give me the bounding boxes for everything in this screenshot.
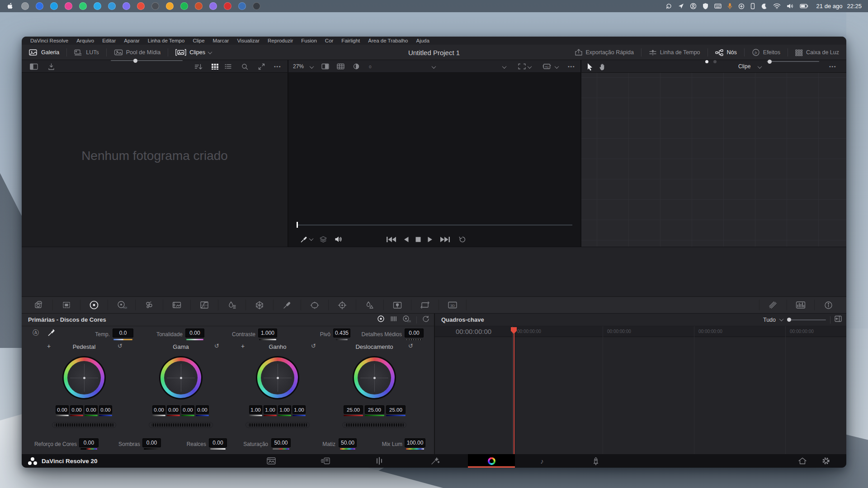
play-icon[interactable] <box>427 236 434 243</box>
app-icon-red-2[interactable] <box>195 2 203 10</box>
keyboard-icon[interactable] <box>714 3 722 9</box>
app-icon-purple-1[interactable] <box>123 2 130 10</box>
node-indicator-dot[interactable] <box>713 60 717 63</box>
hue-value[interactable]: 50.00 <box>339 438 357 447</box>
sort-icon[interactable] <box>194 60 203 73</box>
app-icon-dark-2[interactable] <box>253 2 260 10</box>
gain-g-value[interactable]: 1.00 <box>278 405 291 414</box>
viewer-jog-bar[interactable] <box>297 225 572 225</box>
keyframes-panel-toggle-icon[interactable] <box>835 315 842 324</box>
deliver-page-button[interactable] <box>588 454 604 468</box>
layers-icon[interactable] <box>319 236 327 243</box>
app-icon-blue-3[interactable] <box>108 2 116 10</box>
bars-mode-icon[interactable] <box>390 315 397 324</box>
menu-marcar[interactable]: Marcar <box>209 38 233 43</box>
still-chevron-icon[interactable] <box>310 238 313 241</box>
auto-balance-icon[interactable]: Ⓐ <box>33 329 39 337</box>
node-options-icon[interactable]: ••• <box>829 60 836 73</box>
tracker-icon[interactable] <box>329 300 356 310</box>
menu-area-de-trabalho[interactable]: Área de Trabalho <box>364 38 412 43</box>
gain-b-value[interactable]: 1.00 <box>292 405 306 414</box>
wheels-mode-icon[interactable] <box>377 315 385 324</box>
app-icon-green-1[interactable] <box>79 2 87 10</box>
viewer-panel[interactable] <box>288 73 580 247</box>
node-indicator-dot-active[interactable] <box>705 60 708 63</box>
play-reverse-icon[interactable] <box>403 236 409 243</box>
luts-button[interactable]: LUTs <box>74 49 99 56</box>
color-match-icon[interactable] <box>136 300 163 310</box>
menu-reproduzir[interactable]: Reproduzir <box>264 38 297 43</box>
keyframes-zoom-slider[interactable] <box>787 319 826 320</box>
color-page-button-active[interactable] <box>468 454 515 468</box>
offset-reset-icon[interactable]: ↺ <box>408 343 413 349</box>
sync-icon[interactable] <box>665 3 672 9</box>
menu-aparar[interactable]: Aparar <box>120 38 144 43</box>
app-icon-gray[interactable] <box>21 2 29 10</box>
gamma-reset-icon[interactable]: ↺ <box>214 343 219 349</box>
menu-clipe[interactable]: Clipe <box>189 38 208 43</box>
gamma-color-wheel[interactable] <box>159 356 203 399</box>
viewer-options-icon[interactable]: ••• <box>568 60 575 73</box>
lift-color-wheel[interactable] <box>62 356 106 399</box>
menu-fusion[interactable]: Fusion <box>297 38 321 43</box>
menu-ajuda[interactable]: Ajuda <box>412 38 434 43</box>
gamma-b-value[interactable]: 0.00 <box>196 405 209 414</box>
saturation-value[interactable]: 50.00 <box>271 438 291 447</box>
menu-editar[interactable]: Editar <box>98 38 120 43</box>
gain-reset-icon[interactable]: ↺ <box>311 343 316 349</box>
nodes-panel-button[interactable]: Nós <box>715 49 737 56</box>
gain-color-wheel[interactable] <box>256 356 299 399</box>
account-icon[interactable] <box>690 3 697 9</box>
clips-button[interactable]: Clipes <box>175 49 212 56</box>
lift-y-value[interactable]: 0.00 <box>56 405 69 414</box>
gallery-options-icon[interactable]: ••• <box>274 60 281 73</box>
lum-mix-value[interactable]: 100.00 <box>405 438 425 447</box>
offset-master-wheel[interactable] <box>342 422 406 428</box>
stop-icon[interactable] <box>415 237 421 242</box>
blur-palette-icon[interactable] <box>356 300 384 310</box>
settings-button[interactable] <box>818 454 834 468</box>
media-grade-icon[interactable] <box>163 300 191 310</box>
menu-cor[interactable]: Cor <box>321 38 338 43</box>
media-pool-button[interactable]: Pool de Mídia <box>114 49 160 56</box>
mic-icon[interactable] <box>727 3 732 9</box>
expand-icon[interactable] <box>258 60 265 73</box>
stereo-3d-icon[interactable]: 3D <box>439 300 467 310</box>
app-icon-blue-2[interactable] <box>50 2 58 10</box>
histogram-icon[interactable] <box>787 300 814 310</box>
app-icon-pink[interactable] <box>65 2 72 10</box>
audio-mute-icon[interactable] <box>335 236 343 243</box>
lift-reset-icon[interactable]: ↺ <box>118 343 123 349</box>
proxy-chevron-icon[interactable] <box>555 61 558 73</box>
quick-export-button[interactable]: Exportação Rápida <box>575 49 634 56</box>
app-icon-purple-2[interactable] <box>209 2 217 10</box>
display-icon[interactable] <box>750 3 755 9</box>
keyframes-zoom-knob[interactable] <box>787 318 791 322</box>
gallery-panel-toggle[interactable] <box>30 60 38 73</box>
tint-gradient[interactable] <box>186 339 203 340</box>
multi-view-icon[interactable] <box>337 60 344 73</box>
offset-g-value[interactable]: 25.00 <box>365 405 384 414</box>
grab-still-icon[interactable] <box>48 60 55 73</box>
offset-r-value[interactable]: 25.00 <box>344 405 363 414</box>
gamma-r-value[interactable]: 0.00 <box>167 405 180 414</box>
search-icon[interactable] <box>241 60 248 73</box>
menu-fairlight[interactable]: Fairlight <box>337 38 364 43</box>
list-view-icon[interactable] <box>225 60 231 73</box>
lift-r-value[interactable]: 0.00 <box>70 405 83 414</box>
grid-view-icon[interactable] <box>212 60 218 73</box>
wipe-icon[interactable] <box>353 60 360 73</box>
reset-primaries-icon[interactable] <box>422 315 429 324</box>
app-icon-dark-1[interactable] <box>151 2 159 10</box>
qualifier-icon[interactable] <box>274 300 301 310</box>
sizing-icon[interactable] <box>411 300 439 310</box>
info-icon[interactable] <box>814 300 842 310</box>
viewer-option-chevron-icon[interactable] <box>503 61 506 73</box>
temp-gradient[interactable] <box>113 339 132 340</box>
pivot-gradient[interactable] <box>336 339 348 340</box>
gain-r-value[interactable]: 1.00 <box>264 405 277 414</box>
mid-detail-value[interactable]: 0.00 <box>405 328 424 338</box>
menu-bar-clock[interactable]: 21 de ago 22:25 <box>816 3 862 9</box>
gallery-thumb-size-slider[interactable] <box>111 60 183 61</box>
node-zoom-knob[interactable] <box>768 60 772 64</box>
